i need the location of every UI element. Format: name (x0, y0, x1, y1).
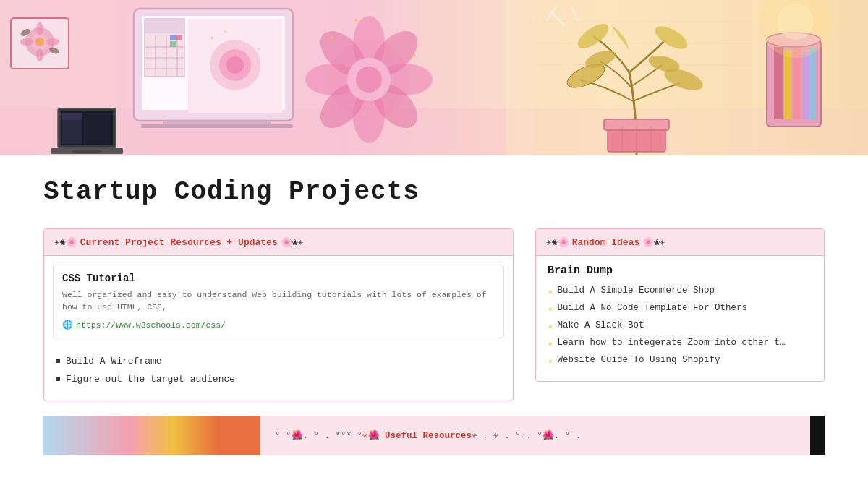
header-suffix-right: 🌸❀✳ (642, 236, 665, 248)
bullet-text-2: Figure out the target audience (66, 374, 235, 385)
svg-rect-68 (793, 49, 801, 119)
current-projects-header: ✳❀🌸 Current Project Resources + Updates … (44, 229, 513, 256)
header-suffix-left: 🌸❀✳ (281, 236, 304, 248)
svg-text:✦: ✦ (412, 52, 417, 60)
css-tutorial-title: CSS Tutorial (62, 273, 495, 284)
idea-item-3: ✦ Make A Slack Bot (548, 320, 812, 332)
svg-rect-34 (141, 124, 293, 128)
svg-text:✦: ✦ (257, 46, 260, 52)
bottom-bar-prefix: ° °🌺. ° . *°* ° (275, 429, 362, 441)
svg-rect-66 (774, 47, 783, 119)
bullet-text-1: Build A Wireframe (66, 356, 162, 367)
random-ideas-title: Random Ideas (572, 237, 640, 248)
svg-rect-81 (84, 113, 111, 144)
bullet-dot-2 (56, 377, 60, 381)
bullet-dot-1 (56, 359, 60, 363)
bullet-item-2: Figure out the target audience (56, 374, 501, 385)
svg-point-45 (356, 67, 382, 93)
bullet-list: Build A Wireframe Figure out the target … (44, 347, 513, 401)
css-tutorial-desc: Well organized and easy to understand We… (62, 288, 495, 314)
idea-text-4: Learn how to integerate Zoom into other … (558, 338, 786, 348)
main-content: Startup Coding Projects ✳❀🌸 Current Proj… (0, 155, 868, 470)
svg-point-9 (20, 38, 33, 46)
bottom-area: ° °🌺. ° . *°* ° ✳🌺 Useful Resources ✳ . … (43, 416, 825, 455)
bottom-bar-suffix: ✳ . ✳ . °☆. °🌺. ° . (472, 429, 581, 441)
idea-star-2: ✦ (548, 303, 553, 314)
bottom-bar-title: ✳🌺 Useful Resources (362, 429, 472, 441)
svg-rect-69 (802, 52, 809, 119)
idea-text-2: Build A No Code Template For Others (558, 303, 748, 313)
idea-text-5: Website Guide To Using Shopify (558, 355, 720, 365)
idea-text-1: Build A Simple Ecommerce Shop (558, 286, 715, 296)
random-ideas-panel: ✳❀🌸 Random Ideas 🌸❀✳ Brain Dump ✦ Build … (535, 228, 825, 382)
idea-star-5: ✦ (548, 355, 553, 367)
idea-item-5: ✦ Website Guide To Using Shopify (548, 355, 812, 367)
hero-illustration: ✦ ✦ ◆ ✦ ✦ ◆ (0, 0, 868, 155)
svg-text:✦: ✦ (329, 33, 334, 43)
svg-rect-25 (170, 41, 176, 47)
hero-banner: ✦ ✦ ◆ ✦ ✦ ◆ (0, 0, 868, 155)
bottom-bar: ° °🌺. ° . *°* ° ✳🌺 Useful Resources ✳ . … (260, 416, 810, 455)
svg-text:◆: ◆ (354, 17, 358, 23)
svg-rect-70 (810, 47, 816, 119)
svg-rect-73 (535, 0, 752, 155)
svg-rect-67 (784, 51, 791, 119)
idea-item-4: ✦ Learn how to integerate Zoom into othe… (548, 338, 812, 349)
css-tutorial-url[interactable]: 🌐 https://www.w3schools.com/css/ (62, 320, 495, 330)
svg-point-8 (36, 48, 43, 61)
black-bar (810, 416, 825, 455)
css-tutorial-card[interactable]: CSS Tutorial Well organized and easy to … (53, 265, 504, 338)
idea-star-3: ✦ (548, 320, 553, 332)
laptop-icon (51, 105, 123, 155)
left-column: ✳❀🌸 Current Project Resources + Updates … (43, 228, 514, 401)
svg-text:✦: ✦ (210, 34, 214, 42)
svg-point-10 (46, 38, 59, 46)
svg-rect-16 (145, 19, 184, 33)
header-prefix-left: ✳❀🌸 (54, 236, 77, 248)
page-title: Startup Coding Projects (43, 177, 825, 207)
bottom-image (43, 416, 260, 455)
current-projects-title: Current Project Resources + Updates (80, 237, 278, 248)
svg-text:◆: ◆ (224, 29, 227, 34)
idea-star-1: ✦ (548, 286, 553, 297)
ideas-content: Brain Dump ✦ Build A Simple Ecommerce Sh… (536, 256, 824, 381)
svg-point-72 (778, 4, 814, 40)
svg-rect-23 (170, 35, 176, 40)
svg-point-7 (36, 22, 43, 35)
idea-item-1: ✦ Build A Simple Ecommerce Shop (548, 286, 812, 297)
header-prefix-right: ✳❀🌸 (546, 236, 569, 248)
svg-rect-83 (72, 150, 101, 153)
svg-point-6 (35, 38, 44, 46)
idea-text-3: Make A Slack Bot (558, 320, 644, 330)
svg-point-29 (226, 56, 244, 74)
idea-star-4: ✦ (548, 338, 553, 349)
random-ideas-header: ✳❀🌸 Random Ideas 🌸❀✳ (536, 229, 824, 256)
svg-rect-24 (176, 35, 182, 40)
right-column: ✳❀🌸 Random Ideas 🌸❀✳ Brain Dump ✦ Build … (535, 228, 825, 401)
svg-rect-80 (62, 113, 82, 120)
current-projects-panel: ✳❀🌸 Current Project Resources + Updates … (43, 228, 514, 401)
idea-item-2: ✦ Build A No Code Template For Others (548, 303, 812, 314)
brain-dump-title: Brain Dump (548, 265, 812, 277)
url-icon: 🌐 (62, 320, 73, 330)
bullet-item-1: Build A Wireframe (56, 356, 501, 367)
url-text: https://www.w3schools.com/css/ (76, 320, 226, 330)
columns-layout: ✳❀🌸 Current Project Resources + Updates … (43, 228, 825, 401)
